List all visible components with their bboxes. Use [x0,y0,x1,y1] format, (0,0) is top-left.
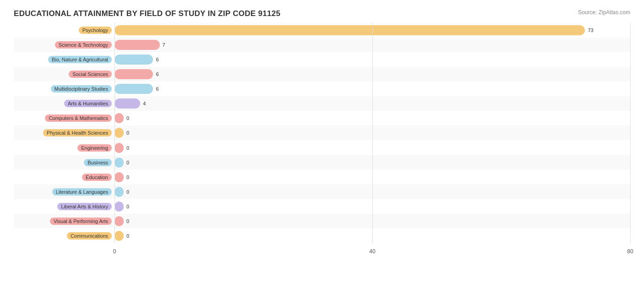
bar-value-label: 0 [126,115,129,121]
bar-row: Visual & Performing Arts0 [14,214,630,229]
bar-tag: Business [84,159,112,166]
bar-row: Science & Technology7 [14,38,630,52]
bar-value-label: 6 [156,57,158,62]
bar-row: Social Sciences6 [14,67,630,82]
bar-row: Computers & Mathematics0 [14,111,630,125]
bar-track: 6 [115,52,630,67]
bar-tag: Arts & Humanities [64,100,112,107]
bar-tag: Social Sciences [69,71,112,78]
bar-fill [115,98,140,109]
bar-tag: Psychology [79,27,112,34]
chart-area: Psychology73Science & Technology7Bio, Na… [14,23,630,257]
bar-track: 6 [115,82,630,96]
bar-row: Psychology73 [14,23,630,38]
bar-track: 0 [115,141,630,155]
bar-value-label: 0 [126,174,129,180]
bar-tag: Communications [67,232,112,240]
bar-label: Liberal Arts & History [14,203,115,210]
bar-label: Education [14,174,115,181]
bar-track: 0 [115,185,630,199]
bars-section: Psychology73Science & Technology7Bio, Na… [14,23,630,243]
bar-fill [115,113,124,123]
bar-fill [115,25,585,35]
bar-label: Arts & Humanities [14,100,115,107]
bar-row: Communications0 [14,229,630,243]
bar-tag: Liberal Arts & History [57,203,112,210]
bar-fill [115,40,160,50]
bar-value-label: 0 [126,145,129,151]
bar-value-label: 0 [126,160,129,165]
bar-value-label: 0 [126,189,129,195]
source-text: Source: ZipAtlas.com [578,9,630,16]
bar-row: Literature & Languages0 [14,185,630,199]
bar-tag: Engineering [77,144,112,152]
bar-fill [115,172,124,182]
chart-title: EDUCATIONAL ATTAINMENT BY FIELD OF STUDY… [14,9,630,18]
bar-fill [115,187,124,197]
chart-container: EDUCATIONAL ATTAINMENT BY FIELD OF STUDY… [0,0,644,289]
bar-value-label: 4 [143,101,146,106]
bar-fill [115,202,124,212]
bar-track: 0 [115,170,630,185]
bar-tag: Science & Technology [55,41,112,49]
bar-value-label: 0 [126,218,129,224]
bar-row: Physical & Health Sciences0 [14,125,630,140]
bar-fill [115,69,153,79]
bar-row: Business0 [14,155,630,170]
bar-tag: Computers & Mathematics [45,115,112,122]
x-axis-label: 80 [627,248,633,255]
bar-label: Literature & Languages [14,188,115,196]
bar-row: Liberal Arts & History0 [14,199,630,214]
x-axis-label: 40 [369,248,375,255]
bar-value-label: 6 [156,86,158,92]
bar-row: Bio, Nature & Agricultural6 [14,52,630,67]
bar-label: Visual & Performing Arts [14,218,115,225]
bar-value-label: 0 [126,204,129,209]
bar-value-label: 73 [588,27,593,33]
bar-label: Psychology [14,27,115,34]
bar-track: 0 [115,125,630,140]
bar-track: 73 [115,23,630,38]
bar-value-label: 7 [163,42,165,48]
bar-tag: Physical & Health Sciences [43,129,112,136]
bar-fill [115,216,124,226]
bar-track: 7 [115,38,630,52]
bar-label: Computers & Mathematics [14,115,115,122]
bar-label: Communications [14,232,115,240]
bar-tag: Education [82,174,112,181]
bar-track: 0 [115,111,630,125]
bar-tag: Visual & Performing Arts [50,218,112,225]
bar-label: Science & Technology [14,41,115,49]
bar-label: Physical & Health Sciences [14,129,115,136]
bar-label: Business [14,159,115,166]
bar-fill [115,158,124,168]
bar-label: Social Sciences [14,71,115,78]
bar-tag: Multidisciplinary Studies [51,85,112,93]
bar-value-label: 0 [126,233,129,239]
bar-row: Arts & Humanities4 [14,96,630,111]
bar-track: 0 [115,199,630,214]
bar-label: Engineering [14,144,115,152]
bar-track: 0 [115,214,630,229]
bar-label: Bio, Nature & Agricultural [14,56,115,63]
bar-row: Engineering0 [14,141,630,155]
bar-label: Multidisciplinary Studies [14,85,115,93]
bar-fill [115,84,153,94]
x-axis-label: 0 [113,248,116,255]
bar-value-label: 0 [126,130,129,136]
grid-line [630,23,631,243]
bar-value-label: 6 [156,71,158,77]
bar-row: Multidisciplinary Studies6 [14,82,630,96]
bar-fill [115,128,124,138]
bar-tag: Literature & Languages [52,188,112,196]
bar-fill [115,143,124,153]
bar-row: Education0 [14,170,630,185]
bar-track: 4 [115,96,630,111]
bar-fill [115,55,153,65]
x-axis: 04080 [115,245,630,257]
bar-track: 6 [115,67,630,82]
bar-track: 0 [115,155,630,170]
bar-fill [115,231,124,241]
bar-tag: Bio, Nature & Agricultural [48,56,112,63]
bar-track: 0 [115,229,630,243]
